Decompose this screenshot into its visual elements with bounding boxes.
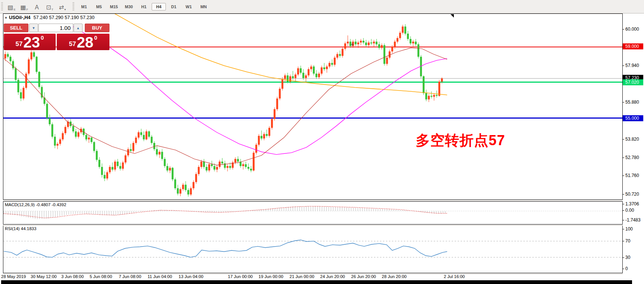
sell-price-small: 57	[16, 40, 23, 48]
date-axis-label: 17 Jun 00:00	[228, 274, 253, 279]
buy-button[interactable]: BUY	[85, 24, 109, 32]
panel-splitter[interactable]	[3, 200, 623, 201]
sell-price-big: 23	[24, 35, 40, 49]
volume-decrease-button[interactable]: ▼	[29, 24, 38, 32]
indicator-axis-label: 70	[623, 238, 644, 244]
timeframe-button-h4[interactable]: H4	[152, 3, 166, 10]
indicator-axis-label: -1.7483	[623, 217, 644, 223]
timeframe-button-mn[interactable]: MN	[196, 3, 211, 10]
price-axis-label: 50.720	[623, 192, 644, 197]
chart-edit-icon[interactable]: ▧E	[6, 2, 17, 12]
date-axis-label: 26 Jun 20:00	[351, 274, 376, 279]
chart-title: ▲USOil-,H457.240 57.290 57.190 57.230	[4, 15, 95, 20]
axis-tick	[623, 194, 624, 195]
bottom-status-bar	[1, 280, 632, 284]
axis-tick	[623, 220, 624, 220]
timeframe-button-m5[interactable]: M5	[92, 3, 106, 10]
buy-price-small: 57	[69, 40, 76, 48]
ma-magenta-line	[73, 27, 447, 155]
axis-tick	[623, 139, 624, 140]
price-axis-label: 51.760	[623, 173, 644, 178]
date-axis-label: 30 May 12:00	[31, 274, 57, 279]
panel-splitter[interactable]	[3, 274, 623, 274]
indicator-axis-label: 0	[623, 266, 644, 271]
ma-red-line	[4, 48, 447, 165]
axis-tick	[623, 210, 624, 211]
axis-tick	[623, 257, 624, 258]
indicator-axis-label: 30	[623, 255, 644, 260]
price-axis-label: 59.000	[623, 43, 643, 49]
ma-orange-line	[114, 14, 447, 95]
top-toolbar: ▧E▦FA⊡T⇄▾ M1M5M15M30H1H4D1W1MN	[0, 0, 644, 13]
price-axis-label: 57.940	[623, 63, 644, 68]
date-axis-label: 28 Jun 20:00	[382, 274, 407, 279]
volume-increase-button[interactable]: ▲	[74, 24, 83, 32]
axis-tick	[623, 204, 624, 204]
axis-tick	[623, 65, 624, 66]
date-axis-label: 2 Jul 16:00	[444, 274, 465, 279]
timeframe-toolbar-drag-handle[interactable]	[72, 2, 74, 11]
timeframe-button-m15[interactable]: M15	[107, 3, 121, 10]
trading-terminal-window: ▧E▦FA⊡T⇄▾ M1M5M15M30H1H4D1W1MN ▲USOil-,H…	[0, 0, 644, 284]
indicator-axis-label: 100	[623, 226, 644, 232]
scroll-anchor-marker-icon[interactable]	[451, 14, 454, 18]
collapse-triangle-icon[interactable]: ▲	[4, 16, 7, 19]
timeframe-button-m1[interactable]: M1	[77, 3, 91, 10]
axis-tick	[623, 29, 624, 30]
date-axis-label: 13 Jun 04:00	[179, 274, 204, 279]
macd-signal-line	[4, 206, 447, 218]
timeframe-button-h1[interactable]: H1	[137, 3, 151, 10]
price-axis-label: 53.820	[623, 137, 644, 142]
buy-price-big: 28	[77, 35, 94, 49]
toolbar-icons: ▧E▦FA⊡T⇄▾	[5, 2, 69, 12]
price-axis[interactable]: 60.00059.00057.94057.23057.02055.88055.0…	[623, 13, 644, 273]
timeframe-button-m30[interactable]: M30	[122, 3, 136, 10]
rsi-label: RSI(14) 44.1833	[5, 226, 36, 231]
buy-price-sup: 0	[94, 34, 97, 41]
price-axis-label: 55.880	[623, 100, 644, 105]
price-axis-label: 55.000	[623, 115, 643, 121]
date-axis-label: 7 Jun 08:00	[119, 274, 141, 279]
rsi-chart	[3, 226, 622, 273]
text-label-icon[interactable]: A	[31, 2, 43, 12]
date-axis-label: 19 Jun 00:00	[258, 274, 284, 279]
buy-price-tile[interactable]: 57 28 0	[57, 34, 109, 50]
date-axis-label: 24 Jun 20:00	[320, 274, 345, 279]
ohlc-values: 57.240 57.290 57.190 57.230	[34, 15, 95, 20]
toolbar-drag-handle[interactable]	[1, 2, 3, 11]
date-axis-label: 21 Jun 00:00	[290, 274, 315, 279]
sell-price-sup: 0	[41, 34, 44, 41]
grid-snap-icon[interactable]: ▦F	[19, 2, 30, 12]
axis-tick	[623, 241, 624, 241]
indicator-axis-label: 1.3706	[623, 201, 644, 207]
timeframe-button-d1[interactable]: D1	[167, 3, 181, 10]
rsi-line	[4, 240, 447, 257]
macd-histogram	[4, 206, 445, 219]
price-axis-label: 57.020	[623, 79, 643, 85]
sell-button[interactable]: SELL	[4, 24, 28, 32]
date-axis-label: 11 Jun 04:00	[148, 274, 172, 279]
time-axis[interactable]: 28 May 201930 May 12:003 Jun 08:005 Jun …	[0, 274, 644, 280]
indicator-axis-label: 0.00	[623, 208, 644, 213]
timeframe-button-w1[interactable]: W1	[182, 3, 196, 10]
symbol-label: USOil-,H4	[9, 15, 31, 20]
axis-tick	[623, 269, 624, 269]
sell-price-tile[interactable]: 57 23 0	[4, 34, 56, 50]
axis-tick	[623, 175, 624, 176]
text-box-icon[interactable]: ⊡T	[44, 2, 55, 12]
volume-input[interactable]	[38, 24, 73, 32]
price-axis-label: 52.780	[623, 155, 644, 160]
panel-splitter[interactable]	[3, 225, 623, 226]
axis-tick	[623, 229, 624, 229]
timeframe-buttons: M1M5M15M30H1H4D1W1MN	[77, 3, 211, 10]
axis-tick	[623, 102, 624, 103]
date-axis-label: 3 Jun 08:00	[61, 274, 84, 279]
arrange-objects-icon[interactable]: ⇄▾	[57, 2, 68, 12]
date-axis-label: 5 Jun 08:00	[90, 274, 112, 279]
date-axis-label: 28 May 2019	[1, 274, 26, 279]
macd-chart	[3, 202, 622, 224]
price-axis-label: 60.000	[623, 27, 644, 32]
axis-tick	[623, 158, 624, 158]
macd-label: MACD(12,26,9) -0.4807 -0.4392	[5, 202, 66, 207]
chart-annotation-text: 多空转折点57	[416, 131, 505, 150]
